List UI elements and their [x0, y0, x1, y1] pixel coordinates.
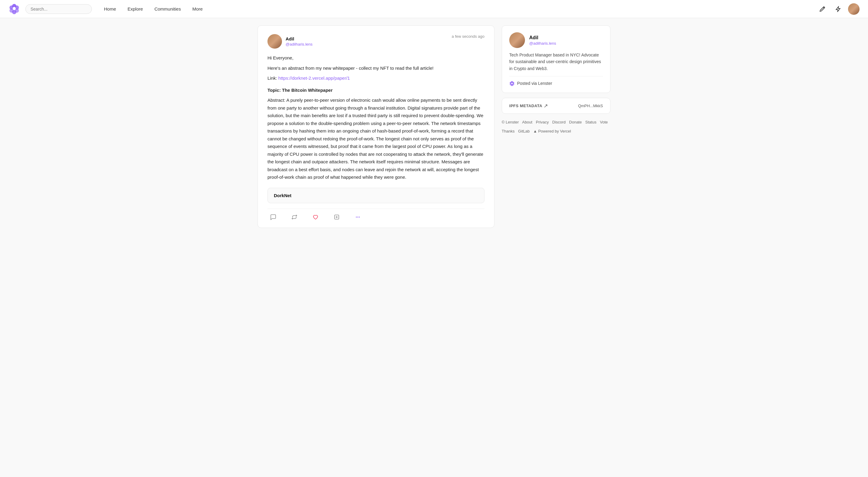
post-greeting: Hi Everyone, — [268, 54, 485, 62]
sidebar-profile-card: Adil @adilharis.lens Tech Product Manage… — [502, 25, 611, 93]
nav-item-home[interactable]: Home — [99, 4, 121, 14]
ipfs-value: QmPH...MkkS — [578, 104, 603, 108]
post-actions — [268, 209, 485, 222]
external-link-icon — [544, 104, 548, 108]
post-header: Adil @adilharis.lens a few seconds ago — [268, 34, 485, 48]
nav-item-explore[interactable]: Explore — [123, 4, 148, 14]
footer-bottom-links: Thanks GitLab ▲ Powered by Vercel — [502, 128, 611, 135]
search-input[interactable] — [25, 4, 92, 14]
sidebar-user-header: Adil @adilharis.lens — [509, 32, 603, 48]
nav-item-more[interactable]: More — [187, 4, 207, 14]
post-author: Adil @adilharis.lens — [268, 34, 312, 48]
navbar: Home Explore Communities More — [0, 0, 868, 18]
author-name: Adil — [286, 36, 312, 41]
post-body: Hi Everyone, Here's an abstract from my … — [268, 54, 485, 181]
post-intro: Here's an abstract from my new whitepape… — [268, 64, 485, 72]
author-handle[interactable]: @adilharis.lens — [286, 42, 312, 46]
post-topic: Topic: The Bitcoin Whitepaper — [268, 86, 485, 94]
more-icon — [354, 214, 361, 220]
comment-icon — [270, 214, 277, 220]
lenster-logo-small — [509, 80, 515, 86]
post-card: Adil @adilharis.lens a few seconds ago H… — [257, 25, 494, 228]
footer-gitlab-link[interactable]: GitLab — [518, 129, 529, 133]
post-time: a few seconds ago — [452, 34, 485, 39]
mirror-icon — [291, 214, 298, 220]
footer-discord-link[interactable]: Discord — [552, 120, 565, 124]
mirror-button[interactable] — [289, 212, 300, 222]
navbar-right — [817, 3, 860, 15]
like-icon — [312, 214, 319, 220]
ipfs-label[interactable]: IPFS METADATA — [509, 104, 548, 108]
footer-privacy-link[interactable]: Privacy — [536, 120, 549, 124]
collect-button[interactable] — [331, 212, 342, 222]
main-nav: Home Explore Communities More — [99, 4, 208, 14]
footer-donate-link[interactable]: Donate — [569, 120, 582, 124]
collect-icon — [333, 214, 340, 220]
main-layout: Adil @adilharis.lens a few seconds ago H… — [253, 18, 615, 235]
footer-vercel-link[interactable]: ▲ Powered by Vercel — [533, 129, 571, 133]
logo-icon — [8, 3, 20, 14]
sidebar-avatar[interactable] — [509, 32, 525, 48]
sidebar-posted-via: Posted via Lenster — [509, 76, 603, 86]
comment-button[interactable] — [268, 212, 279, 222]
sidebar-user-bio: Tech Product Manager based in NYC! Advoc… — [509, 52, 603, 72]
sidebar-user-handle[interactable]: @adilharis.lens — [529, 41, 556, 45]
ipfs-card: IPFS METADATA QmPH...MkkS — [502, 98, 611, 114]
post-link-line: Link: https://dorknet-2.vercel.app/paper… — [268, 74, 485, 82]
sidebar-user-name: Adil — [529, 35, 556, 40]
logo[interactable] — [8, 3, 20, 15]
collection-card[interactable]: DorkNet — [268, 188, 485, 203]
footer-vote-link[interactable]: Vote — [600, 120, 608, 124]
footer-lenster-link[interactable]: © Lenster — [502, 120, 519, 124]
footer-thanks-link[interactable]: Thanks — [502, 129, 515, 133]
collection-name: DorkNet — [274, 193, 291, 198]
footer-about-link[interactable]: About — [522, 120, 532, 124]
svg-point-8 — [356, 216, 357, 217]
sidebar: Adil @adilharis.lens Tech Product Manage… — [502, 25, 611, 135]
compose-button[interactable] — [817, 3, 828, 15]
author-info: Adil @adilharis.lens — [286, 36, 312, 46]
footer-status-link[interactable]: Status — [585, 120, 597, 124]
posted-via-text: Posted via Lenster — [517, 81, 552, 86]
more-button[interactable] — [352, 212, 364, 222]
svg-point-9 — [358, 216, 359, 217]
footer-copyright: © Lenster About Privacy Discord Donate S… — [502, 118, 611, 126]
svg-point-10 — [359, 216, 360, 217]
author-avatar[interactable] — [268, 34, 282, 48]
user-avatar[interactable] — [848, 3, 860, 15]
svg-point-17 — [512, 83, 513, 84]
footer-links: © Lenster About Privacy Discord Donate S… — [502, 118, 611, 135]
compose-icon — [819, 6, 826, 12]
notifications-button[interactable] — [832, 3, 844, 15]
post-abstract: Abstract: A purely peer-to-peer version … — [268, 96, 485, 181]
lightning-icon — [835, 6, 841, 12]
svg-point-6 — [13, 7, 16, 10]
like-button[interactable] — [310, 212, 321, 222]
sidebar-user-info: Adil @adilharis.lens — [529, 35, 556, 45]
nav-item-communities[interactable]: Communities — [150, 4, 186, 14]
post-link[interactable]: https://dorknet-2.vercel.app/paper/1 — [278, 75, 350, 80]
